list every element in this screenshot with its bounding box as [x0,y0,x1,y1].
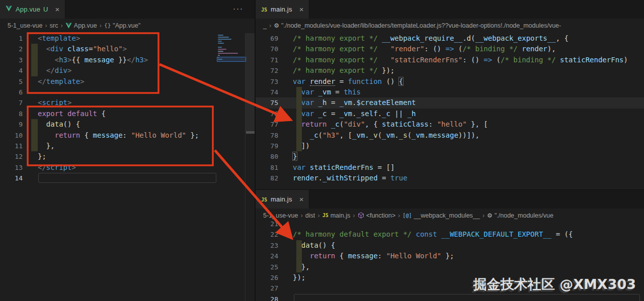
breadcrumb-item[interactable]: ⚙"./node_modules/vue-loader/lib/loaders/… [274,22,561,29]
code-line[interactable]: 72/* harmony export */ }); [256,65,644,76]
code-line[interactable]: 10 return { message: "Hello World" }; [0,130,255,141]
chevron-right-icon: › [269,22,271,29]
code-line-text: <script> [23,97,71,108]
code-line[interactable]: 80} [256,151,644,162]
more-actions-icon[interactable]: ··· [233,4,244,13]
breadcrumb-item[interactable]: src [50,22,58,29]
code-line[interactable]: 71/* harmony export */ "staticRenderFns"… [256,55,644,65]
tab-label: main.js [271,6,292,13]
code-line[interactable]: 28 [256,294,644,301]
line-number: 5 [0,76,23,87]
close-icon[interactable]: × [299,195,304,203]
code-line[interactable]: 1<template> [0,33,255,44]
code-line[interactable]: 2 <div class="hello"> [0,44,255,54]
line-number: 77 [256,119,278,130]
minimap-slider[interactable] [217,57,246,62]
breadcrumb-item[interactable]: [@]__webpack_modules__ [403,212,479,219]
code-line[interactable]: 14 [0,173,255,183]
code-line[interactable]: 22/* harmony default export */ const __W… [256,229,644,240]
chevron-right-icon: › [398,212,400,219]
code-line[interactable]: 13</script> [0,162,255,173]
code-area[interactable]: 69/* harmony export */ __webpack_require… [256,33,644,183]
line-number: 82 [256,173,278,183]
vue-icon [65,23,72,29]
line-number: 23 [256,240,278,251]
code-line-text [23,87,38,97]
code-line-text: <template> [23,33,80,44]
breadcrumb-item[interactable]: _ [263,22,267,29]
code-line-text: }; [23,151,46,162]
code-line-text: <div class="hello"> [23,44,127,54]
code-line-text: var render = function () { [278,76,403,87]
breadcrumb-label: __webpack_modules__ [414,212,479,219]
close-icon[interactable]: × [55,6,60,13]
code-line[interactable]: 25 }, [256,262,644,272]
code-line[interactable]: 9 data() { [0,119,255,130]
breadcrumb-label: dist [305,212,315,219]
code-line[interactable]: 78 _c("h3", [_vm._v(_vm._s(_vm.message))… [256,130,644,141]
code-line-text: return _c("div", { staticClass: "hello" … [278,119,488,130]
code-line[interactable]: 11 }, [0,141,255,151]
code-line[interactable]: 82render._withStripped = true [256,173,644,183]
line-number: 10 [0,130,23,141]
code-line[interactable]: 23 data() { [256,240,644,251]
code-line-text: } [278,151,297,162]
line-number: 25 [256,262,278,272]
close-icon[interactable]: × [299,6,304,13]
breadcrumb-label: 5-1_use-vue [263,212,298,219]
line-number: 69 [256,33,278,44]
line-number: 75 [256,97,278,108]
code-line-text: /* harmony default export */ const __WEB… [278,229,573,240]
breadcrumb-item[interactable]: {}"App.vue" [104,22,140,29]
breadcrumb-item[interactable]: JSmain.js [323,212,351,219]
code-line[interactable]: 76 var _c = _vm._self._c || _h [256,109,644,119]
breadcrumb: 5-1_use-vue›src›App.vue›{}"App.vue" [0,19,255,32]
code-line[interactable]: 24 return { message: "Hello World" }; [256,251,644,261]
code-line[interactable]: 8export default { [0,109,255,119]
line-number: 14 [0,173,23,183]
code-line[interactable]: 4 </div> [0,65,255,76]
scrollbar-thumb[interactable] [246,33,255,132]
breadcrumb-item[interactable]: <function> [358,212,395,219]
line-number: 6 [0,87,23,97]
breadcrumb-label: src [50,22,58,29]
breadcrumb-item[interactable]: dist [305,212,315,219]
chevron-right-icon: › [301,212,303,219]
vertical-scrollbar[interactable] [245,33,256,301]
tab-main-js-top[interactable]: JS main.js × [256,0,309,19]
line-number: 24 [256,251,278,261]
code-line[interactable]: 79 ]) [256,141,644,151]
code-line[interactable]: 74 var _vm = this [256,87,644,97]
code-line[interactable]: 7<script> [0,97,255,108]
tab-main-js-bottom[interactable]: JS main.js × [256,190,309,209]
tab-app-vue[interactable]: App.vue U × [0,0,65,19]
breadcrumb-item[interactable]: 5-1_use-vue [263,212,298,219]
code-line[interactable]: 70/* harmony export */ "render": () => (… [256,44,644,54]
code-line[interactable]: 6 [0,87,255,97]
editor-group-top-right: JS main.js × _›⚙"./node_modules/vue-load… [256,0,644,189]
chevron-right-icon: › [61,22,63,29]
code-line[interactable]: 81var staticRenderFns = [] [256,162,644,173]
code-line-text [278,219,293,229]
code-line-text: return { message: "Hello World" }; [278,251,454,261]
breadcrumb-item[interactable]: 5-1_use-vue [8,22,43,29]
code-line-text: var _vm = this [278,87,361,97]
minimap-line [218,35,223,36]
breadcrumb-label: main.js [331,212,351,219]
minimap-line [218,41,222,42]
breadcrumb: _›⚙"./node_modules/vue-loader/lib/loader… [256,19,644,32]
breadcrumb-item[interactable]: ⚙"./node_modules/vue [487,212,553,219]
code-line[interactable]: 75 var _h = _vm.$createElement [256,97,644,108]
code-line[interactable]: 5</template> [0,76,255,87]
breadcrumb-item[interactable]: App.vue [65,22,97,29]
code-line[interactable]: 73var render = function () { [256,76,644,87]
code-area[interactable]: 1<template>2 <div class="hello">3 <h3>{{… [0,33,255,183]
code-line-text: </script> [23,162,76,173]
code-line[interactable]: 77 return _c("div", { staticClass: "hell… [256,119,644,130]
vscode-window: App.vue U × ··· 5-1_use-vue›src›App.vue›… [0,0,644,301]
chevron-right-icon: › [45,22,47,29]
minimap-line [218,55,220,56]
code-line[interactable]: 21 [256,219,644,229]
code-line[interactable]: 69/* harmony export */ __webpack_require… [256,33,644,44]
code-line[interactable]: 12}; [0,151,255,162]
